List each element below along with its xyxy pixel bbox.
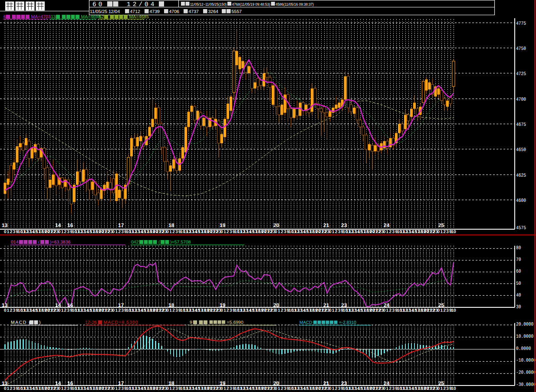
svg-text:2: 2	[281, 386, 283, 391]
svg-text:19: 19	[220, 222, 226, 228]
svg-text:12-26: 12-26	[85, 320, 97, 325]
svg-text:19: 19	[220, 380, 226, 386]
svg-text:2: 2	[64, 230, 67, 234]
svg-text:16: 16	[67, 222, 73, 228]
svg-text:23: 23	[341, 302, 347, 308]
svg-text:5557: 5557	[232, 9, 242, 14]
svg-text:2: 2	[172, 230, 175, 234]
svg-text:23: 23	[341, 222, 347, 228]
svg-text:3: 3	[121, 230, 124, 234]
svg-text:1: 1	[278, 230, 280, 234]
svg-text:0: 0	[275, 386, 277, 391]
svg-text:MACD=8.5300: MACD=8.5300	[104, 320, 138, 325]
svg-text:0: 0	[329, 308, 332, 313]
svg-text:14: 14	[55, 380, 61, 386]
svg-text:21: 21	[323, 380, 329, 386]
svg-text:=-2.8310: =-2.8310	[339, 320, 356, 325]
svg-text:4625: 4625	[516, 173, 526, 178]
svg-text:0: 0	[383, 308, 386, 313]
svg-text:3: 3	[13, 308, 16, 313]
svg-text:0: 0	[437, 308, 440, 313]
svg-text:0: 0	[166, 386, 169, 391]
svg-text:3: 3	[392, 386, 395, 391]
svg-text:3264: 3264	[208, 9, 219, 14]
svg-text:12/04: 12/04	[127, 1, 157, 8]
svg-text:0: 0	[166, 308, 169, 313]
svg-text:4725: 4725	[516, 71, 526, 77]
svg-text:0: 0	[4, 308, 7, 313]
svg-text:2: 2	[389, 386, 392, 391]
svg-text:1: 1	[115, 386, 118, 391]
svg-text:40: 40	[516, 293, 521, 298]
svg-text:1: 1	[278, 386, 280, 391]
svg-text:2: 2	[227, 386, 229, 391]
svg-text:): )	[39, 320, 41, 325]
svg-text:(: (	[158, 240, 160, 245]
svg-text:0: 0	[275, 308, 277, 313]
svg-text:4650: 4650	[516, 147, 526, 153]
svg-text:10: 10	[451, 308, 456, 313]
svg-text:4706: 4706	[169, 9, 180, 14]
svg-text:1: 1	[61, 386, 64, 391]
svg-text:18: 18	[168, 222, 174, 228]
svg-text:0: 0	[166, 230, 169, 234]
svg-text:13: 13	[2, 222, 8, 228]
svg-text:0: 0	[4, 230, 7, 234]
svg-text:1: 1	[7, 308, 10, 313]
svg-text:)=63.3836: )=63.3836	[50, 240, 71, 245]
svg-text:13: 13	[2, 380, 8, 386]
svg-text:80: 80	[516, 245, 521, 251]
svg-text:2: 2	[335, 386, 338, 391]
svg-text:2: 2	[389, 230, 392, 234]
svg-text:50: 50	[516, 281, 521, 287]
svg-text:3: 3	[67, 386, 70, 391]
svg-text:3: 3	[284, 230, 286, 234]
svg-text:25: 25	[438, 380, 444, 386]
svg-text:3: 3	[67, 230, 70, 234]
svg-text:17: 17	[118, 302, 124, 308]
svg-text:0: 0	[58, 230, 61, 234]
svg-text:4739: 4739	[150, 9, 160, 14]
svg-text:2: 2	[172, 386, 175, 391]
svg-text:20: 20	[273, 302, 280, 308]
svg-text:0: 0	[220, 386, 223, 391]
svg-text:0: 0	[112, 230, 115, 234]
svg-text:2: 2	[64, 386, 67, 391]
svg-text:4775: 4775	[516, 21, 526, 26]
svg-text:1: 1	[169, 308, 172, 313]
svg-text:11/05/12~11/05/25(150): 11/05/12~11/05/25(150)	[190, 2, 227, 7]
svg-text:18: 18	[168, 302, 174, 308]
svg-text:2: 2	[443, 230, 446, 234]
svg-text:10: 10	[451, 386, 456, 391]
svg-text:1: 1	[169, 230, 172, 234]
svg-text:MACD: MACD	[299, 320, 312, 325]
svg-text:0: 0	[383, 230, 386, 234]
svg-text:18: 18	[168, 380, 174, 386]
svg-text:17: 17	[118, 222, 124, 228]
svg-text:24: 24	[384, 302, 390, 308]
svg-text:0: 0	[220, 308, 223, 313]
svg-text:2: 2	[281, 308, 283, 313]
svg-text:0: 0	[437, 230, 440, 234]
svg-text:25: 25	[438, 222, 444, 228]
svg-text:10.0000: 10.0000	[516, 334, 533, 339]
svg-text:4586(11/05/16 09:38:37): 4586(11/05/16 09:38:37)	[276, 2, 314, 7]
svg-text:0: 0	[58, 308, 61, 313]
svg-text:2: 2	[118, 230, 121, 234]
svg-text:4750: 4750	[516, 46, 526, 52]
svg-text:2: 2	[10, 308, 13, 313]
svg-text:4675: 4675	[516, 122, 526, 128]
svg-text:3: 3	[121, 386, 124, 391]
svg-text:MA=4685: MA=4685	[129, 14, 149, 20]
svg-text:1: 1	[332, 308, 335, 313]
svg-text:30: 30	[516, 304, 521, 310]
svg-text:0.0000: 0.0000	[516, 346, 531, 352]
svg-text:6: 6	[3, 14, 6, 20]
svg-text:1: 1	[224, 386, 226, 391]
svg-text:20: 20	[273, 380, 280, 386]
svg-text:19: 19	[220, 302, 226, 308]
svg-text:0: 0	[329, 230, 332, 234]
svg-text:-10.0000: -10.0000	[516, 358, 536, 363]
svg-text:14: 14	[55, 222, 61, 228]
svg-text:2: 2	[172, 308, 175, 313]
